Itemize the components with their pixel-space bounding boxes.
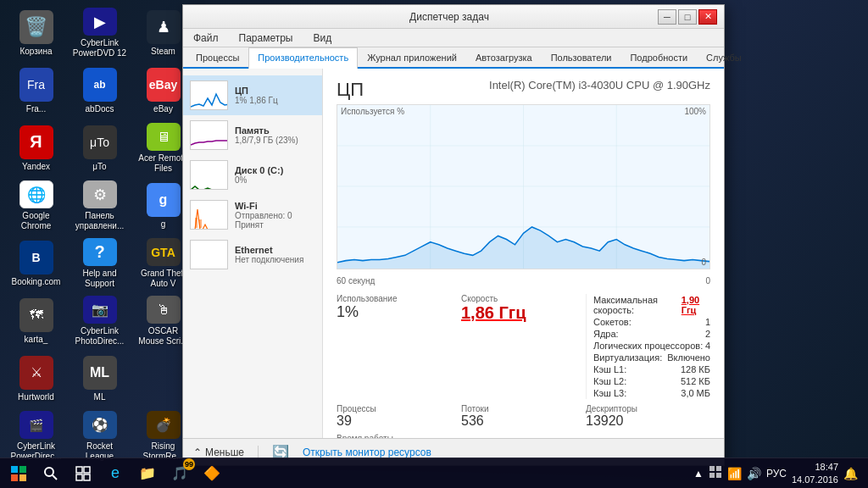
sidebar-memory-graph — [190, 120, 228, 150]
cores-label: Ядра: — [593, 329, 619, 339]
icon-ml[interactable]: ML ML — [68, 350, 131, 408]
sidebar-cpu[interactable]: ЦП 1% 1,86 Гц — [183, 75, 322, 115]
icon-korzina[interactable]: 🗑️ Корзина — [4, 4, 68, 62]
cpu-header: ЦП Intel(R) Core(TM) i3-4030U CPU @ 1.90… — [337, 79, 710, 101]
less-button[interactable]: ⌃ Меньше — [193, 446, 244, 458]
taskbar-explorer[interactable]: 📁 — [132, 458, 163, 489]
tab-autorun[interactable]: Автозагрузка — [466, 47, 542, 67]
svg-rect-26 — [716, 466, 721, 471]
tab-applog[interactable]: Журнал приложений — [358, 47, 466, 67]
icon-abdocs[interactable]: ab abDocs — [68, 62, 131, 119]
logical-label: Логических процессоров: — [593, 341, 703, 351]
taskbar-volume-icon[interactable]: 🔊 — [747, 467, 761, 480]
taskbar-ie[interactable]: e — [100, 458, 131, 489]
desktop-icons: 🗑️ Корзина ▶ CyberLinkPowerDVD 12 ♟ Stea… — [0, 0, 182, 458]
taskbar-windows-icon — [709, 465, 722, 482]
icon-cyberlink-direc[interactable]: 🎬 CyberLinkPowerDirec... — [4, 408, 68, 465]
chart-time-label: 60 секунд — [337, 276, 375, 286]
menu-view[interactable]: Вид — [308, 30, 337, 46]
sidebar-cpu-value: 1% 1,86 Гц — [235, 96, 315, 105]
l1-value: 128 КБ — [681, 364, 710, 374]
maximize-button[interactable]: □ — [678, 9, 697, 25]
icon-rocket-league[interactable]: ⚽ RocketLeague — [68, 408, 131, 465]
taskbar-time: 18:47 14.07.2016 — [792, 461, 838, 485]
taskbar-media[interactable]: 🎵 99 — [164, 458, 195, 489]
cpu-title: ЦП — [337, 79, 364, 101]
virtual-value: Включено — [667, 352, 710, 363]
window-controls: ─ □ ✕ — [658, 9, 717, 25]
sidebar-disk-graph — [190, 160, 228, 190]
tab-services[interactable]: Службы — [697, 47, 751, 67]
taskbar: e 📁 🎵 99 🔶 ▲ 📶 — [0, 458, 868, 488]
tab-performance[interactable]: Производительность — [248, 47, 358, 69]
sidebar-ethernet-value: Нет подключения — [235, 255, 315, 264]
svg-rect-28 — [716, 473, 721, 478]
sidebar: ЦП 1% 1,86 Гц Память 1,8/7,9 ГБ (23% — [183, 69, 323, 438]
svg-rect-15 — [11, 466, 18, 473]
icon-cyberlink-photo[interactable]: 📷 CyberLinkPhotoDirec... — [68, 292, 131, 350]
taskbar-arrow-up-icon[interactable]: ▲ — [693, 468, 704, 480]
menu-file[interactable]: Файл — [188, 30, 224, 46]
chart-label-bottom: 0 — [701, 258, 706, 267]
handles-value: 13920 — [586, 413, 710, 429]
svg-line-20 — [53, 475, 57, 480]
sidebar-wifi-name: Wi-Fi — [235, 201, 315, 211]
sidebar-disk[interactable]: Диск 0 (C:) 0% — [183, 155, 322, 195]
tab-users[interactable]: Пользователи — [542, 47, 621, 67]
handles-label: Дескрипторы — [586, 404, 710, 413]
sidebar-wifi[interactable]: Wi-Fi Отправлено: 0 Принят — [183, 195, 322, 235]
sockets-label: Сокетов: — [593, 317, 632, 327]
resource-monitor-link[interactable]: Открыть монитор ресурсов — [303, 446, 431, 458]
sidebar-ethernet-graph — [190, 240, 228, 269]
icon-yandex[interactable]: Я Yandex — [4, 119, 68, 177]
cores-value: 2 — [705, 329, 710, 339]
icon-uto[interactable]: μTo μTo — [68, 119, 131, 177]
svg-rect-21 — [76, 467, 82, 473]
icon-cyberlink-dvd[interactable]: ▶ CyberLinkPowerDVD 12 — [68, 4, 131, 62]
stat-handles: Дескрипторы 13920 — [586, 404, 710, 429]
taskbar-notifications-icon[interactable]: 🔔 — [843, 467, 858, 480]
tab-processes[interactable]: Процессы — [186, 47, 248, 67]
sidebar-memory-value: 1,8/7,9 ГБ (23%) — [235, 136, 315, 145]
threads-value: 536 — [461, 413, 586, 429]
icon-fra[interactable]: Fra Fra... — [4, 62, 68, 119]
stat-processes: Процессы 39 — [337, 404, 461, 429]
start-button[interactable] — [3, 458, 34, 489]
svg-rect-24 — [84, 474, 90, 480]
notification-badge: 99 — [183, 458, 195, 470]
icon-control-panel[interactable]: ⚙ Панельуправлени... — [68, 177, 131, 235]
close-button[interactable]: ✕ — [698, 9, 717, 25]
icon-help-support[interactable]: ? Help andSupport — [68, 235, 131, 292]
cpu-chart-container: Используется % 100% 0 — [337, 104, 710, 269]
svg-rect-0 — [191, 81, 228, 110]
sidebar-ethernet[interactable]: Ethernet Нет подключения — [183, 235, 322, 274]
icon-karta[interactable]: 🗺 karta_ — [4, 292, 68, 350]
tabs-bar: Процессы Производительность Журнал прило… — [183, 47, 724, 69]
icon-hurtworld[interactable]: ⚔ Hurtworld — [4, 350, 68, 408]
icon-booking[interactable]: B Booking.com — [4, 235, 68, 292]
taskbar-right: ▲ 📶 🔊 РУС 18:47 14.07.2016 🔔 — [693, 461, 865, 485]
svg-point-19 — [45, 468, 53, 476]
max-speed-label: Максимальная скорость: — [593, 295, 682, 315]
tab-details[interactable]: Подробности — [620, 47, 697, 67]
speed-label: Скорость — [461, 294, 586, 303]
minimize-button[interactable]: ─ — [658, 9, 676, 25]
menu-bar: Файл Параметры Вид — [183, 29, 724, 47]
sidebar-memory[interactable]: Память 1,8/7,9 ГБ (23%) — [183, 115, 322, 155]
stat-threads: Потоки 536 — [461, 404, 586, 429]
svg-rect-16 — [19, 466, 26, 473]
content-area: ЦП 1% 1,86 Гц Память 1,8/7,9 ГБ (23% — [183, 69, 724, 438]
chevron-up-icon: ⌃ — [193, 446, 202, 458]
taskbar-vlc[interactable]: 🔶 — [197, 458, 227, 489]
sidebar-wifi-value: Отправлено: 0 Принят — [235, 211, 315, 230]
taskbar-taskview[interactable] — [68, 458, 98, 489]
taskbar-search[interactable] — [36, 458, 66, 489]
menu-parameters[interactable]: Параметры — [234, 30, 298, 46]
usage-value: 1% — [337, 303, 461, 321]
threads-label: Потоки — [461, 404, 586, 413]
svg-rect-25 — [709, 466, 715, 471]
icon-chrome[interactable]: 🌐 GoogleChrome — [4, 177, 68, 235]
svg-rect-1 — [191, 121, 228, 150]
taskbar-language[interactable]: РУС — [766, 468, 787, 480]
l1-label: Кэш L1: — [593, 364, 626, 374]
